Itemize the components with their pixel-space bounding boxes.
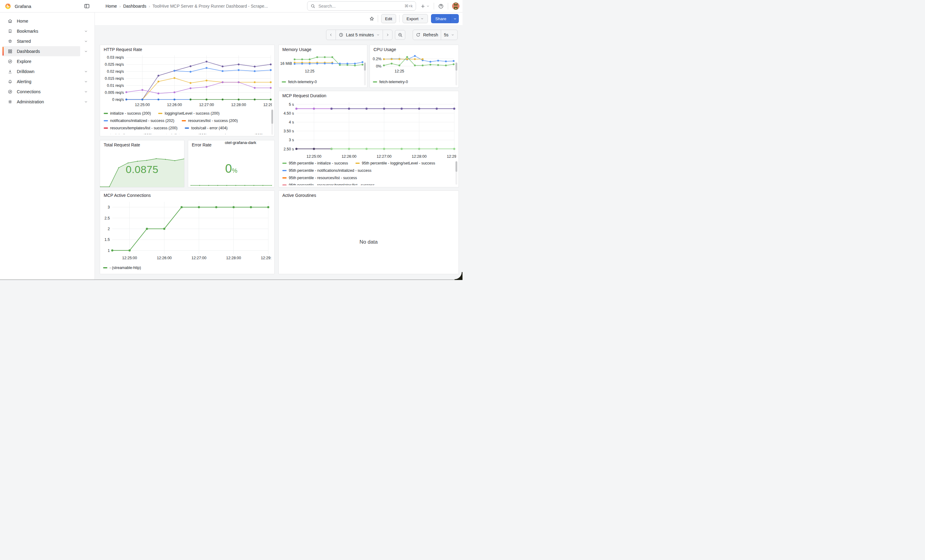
chevron-down-icon[interactable] <box>84 49 88 54</box>
chevron-down-icon[interactable] <box>84 100 88 104</box>
panel-title[interactable]: Total Request Rate <box>104 143 140 147</box>
legend-item[interactable]: logging/setLevel - success (200) <box>158 111 219 116</box>
search-icon <box>310 4 315 9</box>
search-input-box[interactable]: ⌘+k <box>307 1 416 11</box>
sidebar-link-administration[interactable]: Administration <box>3 97 80 107</box>
sidebar-link-starred[interactable]: Starred <box>3 36 80 46</box>
user-avatar[interactable] <box>452 3 459 10</box>
panel-title[interactable]: Memory Usage <box>282 47 311 52</box>
panel-title[interactable]: Active Goroutines <box>282 193 316 198</box>
chevron-down-icon[interactable] <box>84 69 88 74</box>
svg-text:12:25:00: 12:25:00 <box>135 103 150 107</box>
svg-text:12:28:00: 12:28:00 <box>226 256 241 260</box>
mcp-active-connections-chart[interactable]: 12:25:0012:26:0012:27:0012:28:0012:29:00… <box>102 200 271 262</box>
svg-text:12:29:00: 12:29:00 <box>447 155 456 159</box>
legend-item[interactable]: tools/call - error (404) <box>185 126 227 130</box>
dashboards-icon <box>8 49 12 54</box>
edit-button[interactable]: Edit <box>381 14 396 23</box>
chevron-down-icon[interactable] <box>84 80 88 84</box>
sidebar-link-explore[interactable]: Explore <box>3 56 80 66</box>
panel-title[interactable]: CPU Usage <box>374 47 396 52</box>
time-range-picker[interactable]: Last 5 minutes <box>336 30 383 40</box>
new-add-button[interactable] <box>420 4 430 9</box>
http-request-rate-chart[interactable]: 12:25:0012:26:0012:27:0012:28:0012:29:00… <box>102 54 272 108</box>
breadcrumb-dashboards[interactable]: Dashboards <box>123 4 146 9</box>
svg-text:3: 3 <box>108 205 110 209</box>
legend-item[interactable]: 95th percentile - resources/templates/li… <box>282 183 375 185</box>
panel-scrollbar-thumb[interactable] <box>455 63 457 71</box>
sidebar-item-label: Drilldown <box>17 69 35 74</box>
chevron-down-icon[interactable] <box>84 29 88 33</box>
favorite-star-icon[interactable] <box>369 16 375 22</box>
legend-item[interactable]: unknown - success (200) <box>214 133 264 134</box>
sidebar-item-connections: Connections <box>3 87 92 97</box>
svg-text:12:27:00: 12:27:00 <box>191 256 206 260</box>
error-rate-sparkline[interactable] <box>191 180 272 186</box>
legend-swatch <box>356 163 360 164</box>
legend-item[interactable]: fetch-telemetry-0 <box>373 80 408 84</box>
error-rate-value: 0% <box>188 162 274 176</box>
refresh-button[interactable]: Refresh <box>413 30 441 40</box>
chevron-down-icon[interactable] <box>84 39 88 44</box>
legend-item[interactable]: resources/list - success (200) <box>182 119 238 123</box>
legend-swatch <box>282 163 286 164</box>
sidebar-link-bookmarks[interactable]: Bookmarks <box>3 26 80 36</box>
panel-error-rate: Error Rate 0% <box>188 140 275 188</box>
sidebar-item-label: Explore <box>17 59 31 64</box>
cpu-usage-chart[interactable]: 12:250.2%0% <box>371 53 455 72</box>
sidebar-link-drilldown[interactable]: Drilldown <box>3 66 80 77</box>
legend-item[interactable]: 95th percentile - logging/setLevel - suc… <box>356 161 435 165</box>
panel-cpu-usage: CPU Usage 12:250.2%0% fetch-telemetry-0 <box>369 45 459 88</box>
refresh-interval-picker[interactable]: 5s <box>441 30 457 40</box>
legend-item[interactable]: 95th percentile - resources/list - succe… <box>282 176 357 180</box>
chevron-down-icon[interactable] <box>84 90 88 94</box>
sidebar-item-dashboards: Dashboards <box>3 46 92 56</box>
legend-item[interactable]: tools/list - success (200) <box>160 133 207 134</box>
sidebar-link-alerting[interactable]: Alerting <box>3 77 80 87</box>
time-controls: Last 5 minutes <box>326 30 458 40</box>
refresh-icon <box>416 32 420 37</box>
legend-scrollbar-thumb[interactable] <box>455 161 457 172</box>
help-button[interactable] <box>438 3 444 9</box>
svg-text:12:25:00: 12:25:00 <box>122 256 137 260</box>
legend-item[interactable]: - (streamable-http) <box>103 266 141 270</box>
panel-title[interactable]: MCP Request Duration <box>282 93 326 98</box>
legend-item[interactable]: 95th percentile - initialize - success <box>282 161 348 165</box>
svg-text:0.01 req/s: 0.01 req/s <box>107 83 124 88</box>
time-shift-back-button[interactable] <box>326 30 336 40</box>
memory-usage-chart[interactable]: 12:2516 MiB <box>280 53 364 72</box>
svg-text:2.50 s: 2.50 s <box>283 147 294 151</box>
drilldown-icon <box>8 69 12 74</box>
sidebar-link-home[interactable]: Home <box>3 16 80 26</box>
mcp-request-duration-chart[interactable]: 12:25:0012:26:0012:27:0012:28:0012:29:00… <box>281 100 456 159</box>
legend-item[interactable]: notifications/initialized - success (202… <box>104 119 174 123</box>
panel-title[interactable]: MCP Active Connections <box>104 193 151 198</box>
legend-item[interactable]: fetch-telemetry-0 <box>282 80 317 84</box>
share-menu-button[interactable] <box>450 14 459 23</box>
search-input[interactable] <box>318 3 402 9</box>
legend-scrollbar-thumb[interactable] <box>271 110 273 124</box>
share-button[interactable]: Share <box>431 14 450 23</box>
svg-text:12:25:00: 12:25:00 <box>306 155 321 159</box>
legend-item[interactable]: resources/templates/list - success (200) <box>104 126 178 130</box>
svg-text:0.005 req/s: 0.005 req/s <box>105 90 124 95</box>
total-request-rate-value: 0.0875 <box>100 164 184 176</box>
zoom-out-button[interactable] <box>395 30 405 40</box>
legend-item[interactable]: tools/call - success (200) <box>104 133 152 134</box>
sidebar-link-connections[interactable]: Connections <box>3 87 80 97</box>
panel-scrollbar-thumb[interactable] <box>364 63 366 71</box>
svg-text:0%: 0% <box>376 64 381 69</box>
export-button[interactable]: Export <box>402 14 428 23</box>
legend-item[interactable]: initialize - success (200) <box>104 111 151 116</box>
legend-swatch <box>282 81 286 83</box>
panel-mcp-request-duration: MCP Request Duration 12:25:0012:26:0012:… <box>278 91 459 188</box>
grafana-logo-icon[interactable] <box>5 3 11 9</box>
dock-menu-icon[interactable] <box>84 3 90 9</box>
legend-item[interactable]: 95th percentile - notifications/initiali… <box>282 168 371 173</box>
panel-title[interactable]: HTTP Request Rate <box>104 47 142 52</box>
svg-text:12:28:00: 12:28:00 <box>231 103 246 107</box>
panel-title[interactable]: Error Rate <box>192 143 212 147</box>
breadcrumb-home[interactable]: Home <box>105 4 117 9</box>
time-shift-forward-button[interactable] <box>383 30 392 40</box>
sidebar-link-dashboards[interactable]: Dashboards <box>3 46 80 56</box>
